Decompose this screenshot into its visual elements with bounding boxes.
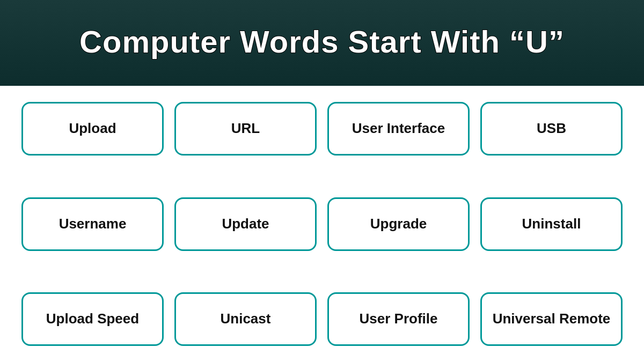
card-label-unicast: Unicast xyxy=(221,311,271,327)
card-upload: Upload xyxy=(21,102,164,156)
header: Computer Words Start With “U” xyxy=(0,0,644,86)
card-label-uninstall: Uninstall xyxy=(522,216,581,232)
grid-row-1: UsernameUpdateUpgradeUninstall xyxy=(21,197,623,251)
card-upgrade: Upgrade xyxy=(327,197,470,251)
card-usb: USB xyxy=(480,102,623,156)
card-username: Username xyxy=(21,197,164,251)
card-label-url: URL xyxy=(231,120,260,137)
card-unicast: Unicast xyxy=(174,292,317,346)
card-label-universal-remote: Universal Remote xyxy=(493,311,611,327)
card-uninstall: Uninstall xyxy=(480,197,623,251)
grid-row-2: Upload SpeedUnicastUser ProfileUniversal… xyxy=(21,292,623,346)
card-label-update: Update xyxy=(222,216,269,232)
card-label-upload-speed: Upload Speed xyxy=(46,311,139,327)
content-area: UploadURLUser InterfaceUSBUsernameUpdate… xyxy=(0,86,644,362)
card-update: Update xyxy=(174,197,317,251)
card-label-user-profile: User Profile xyxy=(360,311,438,327)
page-title: Computer Words Start With “U” xyxy=(79,25,565,59)
card-universal-remote: Universal Remote xyxy=(480,292,623,346)
card-label-upgrade: Upgrade xyxy=(370,216,427,232)
card-label-upload: Upload xyxy=(69,120,116,137)
card-upload-speed: Upload Speed xyxy=(21,292,164,346)
card-label-username: Username xyxy=(59,216,127,232)
card-url: URL xyxy=(174,102,317,156)
card-user-profile: User Profile xyxy=(327,292,470,346)
card-label-user-interface: User Interface xyxy=(352,120,445,137)
page-container: Computer Words Start With “U” UploadURLU… xyxy=(0,0,644,362)
card-label-usb: USB xyxy=(537,120,566,137)
card-user-interface: User Interface xyxy=(327,102,470,156)
grid-row-0: UploadURLUser InterfaceUSB xyxy=(21,102,623,156)
